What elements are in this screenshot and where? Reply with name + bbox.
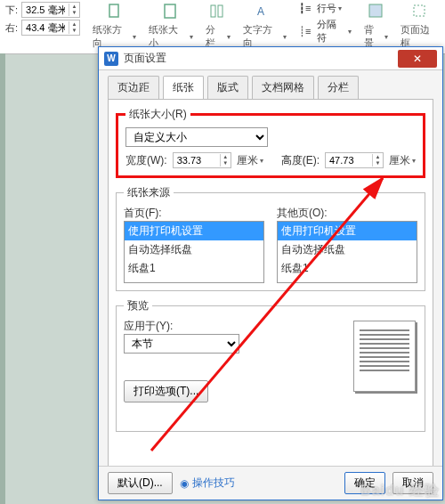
tab-margins[interactable]: 页边距 (108, 76, 159, 99)
defaults-button[interactable]: 默认(D)... (108, 472, 173, 494)
list-item[interactable]: 纸盘1 (125, 259, 263, 278)
height-input[interactable] (326, 155, 372, 166)
svg-rect-0 (109, 4, 118, 17)
height-spinner[interactable]: ▲▼ (325, 152, 384, 168)
svg-text:A: A (257, 5, 264, 18)
margin-right-label: 右: (5, 21, 18, 35)
paper-size-icon (161, 2, 181, 21)
tab-grid[interactable]: 文档网格 (252, 76, 314, 99)
svg-rect-1 (165, 4, 175, 18)
margin-bottom-input[interactable] (22, 4, 69, 15)
orientation-icon (105, 2, 125, 21)
ribbon-text-direction[interactable]: A 文字方向▾ (243, 2, 287, 50)
line-number-icon: ┇≡ (299, 3, 311, 14)
list-item[interactable]: 自动选择纸盘 (125, 240, 263, 259)
page-border-icon (410, 2, 430, 21)
margin-bottom-spinner[interactable]: ▲▼ (21, 2, 80, 18)
dialog-titlebar[interactable]: W 页面设置 ✕ (99, 47, 442, 70)
svg-rect-2 (211, 5, 215, 17)
tab-panel: 纸张大小(R) 自定义大小 宽度(W): ▲▼ 厘米▾ 高度(E): ▲▼ 厘米… (108, 99, 433, 482)
ribbon-page-border[interactable]: 页面边框 (400, 2, 440, 50)
ribbon-separator[interactable]: ┊≡ 分隔符▾ (299, 18, 352, 45)
list-item[interactable]: 使用打印机设置 (125, 222, 263, 240)
paper-size-select[interactable]: 自定义大小 (125, 127, 268, 147)
separator-icon: ┊≡ (299, 26, 311, 37)
first-page-list[interactable]: 使用打印机设置 自动选择纸盘 纸盘1 (124, 221, 264, 283)
margin-bottom-label: 下: (5, 4, 18, 17)
width-spinner[interactable]: ▲▼ (173, 152, 231, 168)
height-label: 高度(E): (281, 153, 320, 168)
columns-icon (208, 2, 228, 21)
preview-legend: 预览 (124, 298, 152, 313)
preview-group: 预览 应用于(Y): 本节 打印选项(T)... (116, 298, 425, 432)
svg-rect-5 (369, 4, 382, 17)
ribbon-columns[interactable]: 分栏▾ (206, 2, 231, 50)
ribbon-orientation[interactable]: 纸张方向▾ (93, 2, 136, 50)
tips-link[interactable]: ◉操作技巧 (180, 476, 235, 491)
list-item[interactable]: 使用打印机设置 (278, 222, 417, 240)
close-button[interactable]: ✕ (398, 50, 437, 68)
list-item[interactable]: 纸盘1 (278, 259, 417, 278)
dialog-tabs: 页边距 纸张 版式 文档网格 分栏 (99, 70, 442, 99)
width-input[interactable] (174, 155, 220, 166)
list-item[interactable]: 自动选择纸盘 (278, 240, 417, 259)
width-label: 宽度(W): (125, 153, 167, 168)
apply-to-select[interactable]: 本节 (124, 334, 239, 354)
tab-layout[interactable]: 版式 (207, 76, 248, 99)
paper-size-group: 纸张大小(R) 自定义大小 宽度(W): ▲▼ 厘米▾ 高度(E): ▲▼ 厘米… (116, 107, 425, 178)
page-setup-dialog: W 页面设置 ✕ 页边距 纸张 版式 文档网格 分栏 纸张大小(R) 自定义大小… (98, 46, 443, 500)
margin-right-input[interactable] (22, 22, 69, 33)
svg-rect-3 (218, 5, 222, 17)
page-preview (353, 321, 416, 392)
document-edge (0, 53, 5, 504)
other-page-list[interactable]: 使用打印机设置 自动选择纸盘 纸盘1 (277, 221, 417, 283)
first-page-label: 首页(F): (124, 206, 264, 221)
app-logo-icon: W (104, 52, 118, 66)
height-unit[interactable]: 厘米▾ (389, 153, 416, 168)
margin-inputs-group: 下: ▲▼ 右: ▲▼ (5, 2, 80, 36)
paper-source-group: 纸张来源 首页(F): 使用打印机设置 自动选择纸盘 纸盘1 其他页(O): 使… (116, 185, 425, 291)
tab-paper[interactable]: 纸张 (163, 76, 204, 99)
paper-source-legend: 纸张来源 (124, 185, 174, 200)
width-unit[interactable]: 厘米▾ (237, 153, 263, 168)
info-icon: ◉ (180, 477, 189, 490)
ribbon-line-number[interactable]: ┇≡ 行号▾ (299, 2, 352, 15)
background-icon (367, 2, 386, 21)
ribbon-background[interactable]: 背景▾ (364, 2, 389, 50)
ribbon-paper-size[interactable]: 纸张大小▾ (149, 2, 192, 50)
watermark: Baidu 经验 (360, 482, 440, 500)
dialog-title: 页面设置 (124, 51, 398, 66)
svg-rect-6 (414, 5, 425, 16)
paper-size-legend: 纸张大小(R) (125, 107, 190, 122)
print-options-button[interactable]: 打印选项(T)... (124, 380, 208, 402)
margin-right-spinner[interactable]: ▲▼ (21, 20, 80, 36)
tab-columns[interactable]: 分栏 (318, 76, 359, 99)
text-direction-icon: A (255, 2, 274, 21)
other-page-label: 其他页(O): (277, 206, 417, 221)
